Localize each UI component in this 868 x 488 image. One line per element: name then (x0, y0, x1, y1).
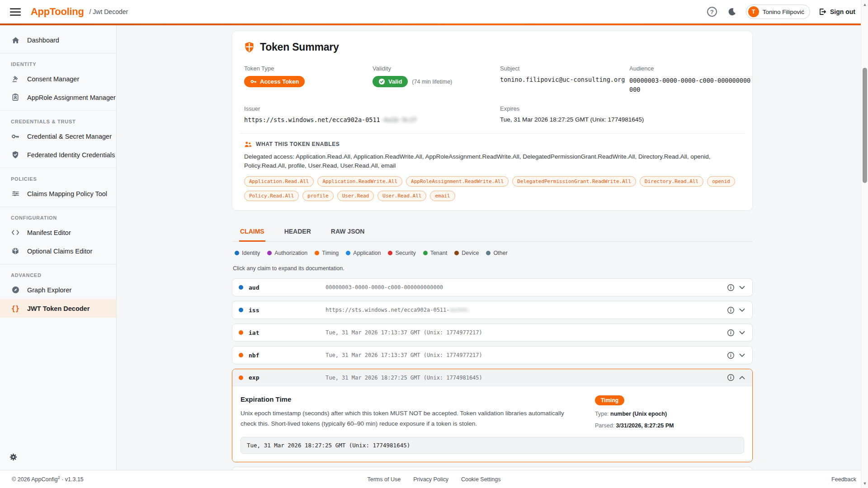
legend-label: Device (462, 250, 479, 256)
tab-raw-json[interactable]: RAW JSON (330, 223, 366, 242)
braces-icon: {} (11, 305, 20, 313)
claim-key: nbf (249, 352, 326, 359)
claim-header-aud[interactable]: aud00000003-0000-0000-c000-000000000000 (232, 279, 752, 296)
expires-field: Expires Tue, 31 Mar 2026 18:27:25 GMT (U… (500, 105, 745, 123)
claim-row-exp: expTue, 31 Mar 2026 18:27:25 GMT (Unix: … (232, 369, 753, 462)
legend-dot-icon (454, 251, 459, 255)
dark-mode-toggle[interactable] (726, 6, 738, 18)
settings-button[interactable] (7, 451, 19, 463)
claim-info-button[interactable] (727, 284, 735, 291)
legend-label: Application (353, 250, 381, 256)
claim-key: iss (249, 307, 326, 314)
sidebar-item-manifest-editor[interactable]: Manifest Editor (0, 223, 116, 242)
sidebar-item-credential-secret-manager[interactable]: Credential & Secret Manager (0, 127, 116, 145)
claim-info-button[interactable] (727, 306, 735, 314)
claim-collapse-button[interactable] (739, 375, 745, 380)
legend-item-authorization: Authorization (267, 250, 307, 256)
subject-value: tonino.filipovic@uc-consulting.org (500, 76, 629, 83)
claim-detail-description: Unix epoch timestamp (seconds) after whi… (241, 408, 577, 429)
claim-header-iss[interactable]: isshttps://sts.windows.net/ecca902a-0511… (232, 301, 752, 319)
help-button[interactable]: ? (706, 6, 718, 18)
sidebar-item-federated-identity-credentials[interactable]: Federated Identity Credentials (0, 145, 116, 164)
claim-key: aud (249, 284, 326, 291)
legend-label: Other (493, 250, 507, 256)
sidebar-item-dashboard[interactable]: Dashboard (0, 31, 116, 49)
claim-row-iat: iatTue, 31 Mar 2026 17:13:37 GMT (Unix: … (232, 324, 753, 342)
sidebar-section: CONFIGURATIONManifest EditorOptional Cla… (0, 206, 116, 264)
check-circle-icon (378, 78, 385, 85)
scope-chip-profile: profile (302, 191, 333, 201)
help-icon: ? (707, 7, 717, 17)
legend-label: Authorization (274, 250, 307, 256)
sidebar-item-label: Federated Identity Credentials (27, 151, 115, 159)
sidebar-item-consent-manager[interactable]: Consent Manager (0, 70, 116, 88)
scrollbar-thumb[interactable] (863, 68, 867, 183)
hamburger-menu-icon[interactable] (10, 8, 21, 16)
scope-chip-application-readwrite-all: Application.ReadWrite.All (317, 176, 402, 187)
code-icon (11, 230, 20, 235)
scope-chip-user-read: User.Read (337, 191, 374, 201)
feedback-link[interactable]: Feedback (831, 476, 856, 483)
sidebar-item-label: Claims Mapping Policy Tool (27, 190, 107, 197)
claims-hint: Click any claim to expand its documentat… (232, 265, 753, 272)
claim-expand-button[interactable] (739, 308, 745, 312)
footer-link-privacy-policy[interactable]: Privacy Policy (413, 476, 448, 483)
token-enables-section: WHAT THIS TOKEN ENABLES Delegated access… (240, 133, 745, 202)
claim-info-button[interactable] (727, 374, 735, 381)
claim-header-acct[interactable]: acct0 (232, 467, 752, 470)
validity-field: Validity Valid (74 min lifetime) (373, 65, 500, 94)
vertical-scrollbar[interactable]: ▲ ▼ (861, 0, 868, 488)
sidebar-section: POLICIESClaims Mapping Policy Tool (0, 168, 116, 206)
shield-icon (244, 42, 255, 53)
page-title: Token Summary (260, 41, 339, 53)
claim-category-legend: IdentityAuthorizationTimingApplicationSe… (232, 250, 753, 256)
claim-info-button[interactable] (727, 329, 735, 337)
claim-expand-button[interactable] (739, 286, 745, 290)
claim-expand-button[interactable] (739, 331, 745, 335)
legend-dot-icon (235, 251, 239, 255)
claim-header-iat[interactable]: iatTue, 31 Mar 2026 17:13:37 GMT (Unix: … (232, 324, 752, 341)
sidebar-section-label: ADVANCED (0, 267, 116, 281)
legend-dot-icon (486, 251, 491, 255)
sidebar-section: CREDENTIALS & TRUSTCredential & Secret M… (0, 110, 116, 168)
claim-detail-title: Expiration Time (241, 395, 577, 403)
claim-expand-button[interactable] (739, 353, 745, 357)
sidebar-item-optional-claims-editor[interactable]: Optional Claims Editor (0, 242, 116, 260)
scope-chip-openid: openid (707, 176, 735, 187)
claim-header-nbf[interactable]: nbfTue, 31 Mar 2026 17:13:37 GMT (Unix: … (232, 347, 752, 364)
sign-out-button[interactable]: Sign out (818, 8, 855, 16)
legend-label: Security (395, 250, 415, 256)
scroll-up-arrow-icon[interactable]: ▲ (861, 1, 868, 8)
scroll-down-arrow-icon[interactable]: ▼ (861, 480, 868, 487)
issuer-value: https://sts.windows.net/ecca902a-0511-4a… (244, 116, 500, 123)
sidebar-section: ADVANCEDGraph Explorer{}JWT Token Decode… (0, 264, 116, 321)
sidebar-item-label: Graph Explorer (27, 286, 71, 294)
footer-link-cookie-settings[interactable]: Cookie Settings (461, 476, 501, 483)
claim-row-acct: acct0 (232, 467, 753, 470)
sidebar-item-claims-mapping-policy-tool[interactable]: Claims Mapping Policy Tool (0, 184, 116, 203)
claim-info-button[interactable] (727, 352, 735, 359)
subject-field: Subject tonino.filipovic@uc-consulting.o… (500, 65, 629, 94)
moon-icon (727, 7, 736, 16)
sidebar-item-approle-assignment-manager[interactable]: AppRole Assignment Manager (0, 88, 116, 107)
app-logo[interactable]: AppTooling (31, 6, 84, 18)
sidebar-item-jwt-token-decoder[interactable]: {}JWT Token Decoder (0, 299, 116, 318)
claim-value: 00000003-0000-0000-c000-000000000000 (326, 284, 727, 291)
sidebar-section-label: IDENTITY (0, 56, 116, 70)
claim-category-badge: Timing (595, 395, 624, 405)
claim-key: exp (249, 374, 326, 381)
scope-chip-email: email (430, 191, 455, 201)
gear-icon (9, 453, 18, 461)
sidebar-item-label: Credential & Secret Manager (27, 133, 112, 140)
sidebar-section-label: POLICIES (0, 171, 116, 184)
cube-icon (11, 247, 20, 255)
tab-claims[interactable]: CLAIMS (239, 223, 265, 242)
sidebar-item-graph-explorer[interactable]: Graph Explorer (0, 281, 116, 299)
claim-row-aud: aud00000003-0000-0000-c000-000000000000 (232, 278, 753, 296)
sidebar-section: Dashboard (0, 28, 116, 53)
scope-chip-policy-read-all: Policy.Read.All (244, 191, 299, 201)
footer-link-terms-of-use[interactable]: Terms of Use (368, 476, 401, 483)
tab-header[interactable]: HEADER (283, 223, 312, 242)
claim-header-exp[interactable]: expTue, 31 Mar 2026 18:27:25 GMT (Unix: … (232, 369, 752, 386)
user-menu[interactable]: T Tonino Filipović (746, 5, 810, 19)
